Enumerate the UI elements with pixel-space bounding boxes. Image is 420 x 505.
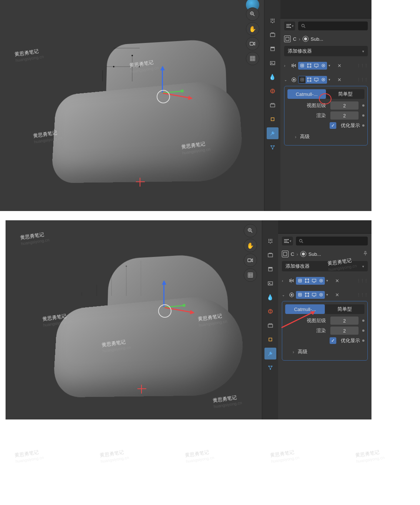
svg-point-93 xyxy=(323,79,324,80)
viewport-3d[interactable] xyxy=(0,0,264,211)
search-input[interactable] xyxy=(298,21,368,30)
drag-handle-icon[interactable]: ⋮⋮⋮ xyxy=(357,63,368,68)
anim-dot-icon[interactable] xyxy=(362,330,364,332)
anim-dot-icon[interactable] xyxy=(362,104,364,107)
zoom-icon[interactable] xyxy=(246,7,259,21)
expand-icon[interactable]: › xyxy=(284,64,289,68)
pan-hand-icon[interactable]: ✋ xyxy=(244,239,257,252)
chevron-down-icon[interactable]: ▾ xyxy=(329,78,334,81)
toggle-realtime-icon[interactable] xyxy=(310,291,317,298)
watermark: 黄思勇笔记huangsiyong.cn xyxy=(270,447,300,464)
simple-tab[interactable]: 简单型 xyxy=(326,89,364,99)
anim-dot-icon[interactable] xyxy=(362,340,364,342)
anim-dot-icon[interactable] xyxy=(362,320,364,322)
toggle-render-icon[interactable] xyxy=(317,291,324,298)
breadcrumb-object[interactable]: C xyxy=(293,36,296,42)
catmull-clark-tab[interactable]: Catmull-... xyxy=(285,304,325,314)
advanced-toggle[interactable]: 高级 xyxy=(285,346,364,357)
scene-tab-icon[interactable]: 💧 xyxy=(267,71,279,83)
output-tab-icon[interactable] xyxy=(264,263,276,275)
object-tab-icon[interactable] xyxy=(267,113,279,125)
world-tab-icon[interactable] xyxy=(267,85,279,97)
particles-tab-icon[interactable] xyxy=(267,141,279,153)
toggle-on-cage-icon[interactable] xyxy=(296,291,303,298)
chevron-down-icon[interactable]: ▾ xyxy=(326,279,331,282)
toggle-render-icon[interactable] xyxy=(317,277,324,284)
toggle-edit-mode-icon[interactable] xyxy=(303,277,310,284)
perspective-grid-icon[interactable] xyxy=(244,268,257,282)
viewport-levels-input[interactable]: 2 xyxy=(330,317,359,325)
camera-icon[interactable] xyxy=(244,254,257,267)
toggle-on-cage-icon[interactable] xyxy=(299,62,306,69)
modifier-mirror-header[interactable]: › ▾ ✕ ⋮⋮⋮ xyxy=(282,276,368,285)
scene-tab-icon[interactable]: 💧 xyxy=(264,291,276,303)
collapse-icon[interactable]: ⌄ xyxy=(282,293,287,297)
zoom-icon[interactable] xyxy=(244,224,257,237)
render-tab-icon[interactable] xyxy=(267,29,279,41)
viewlayer-tab-icon[interactable] xyxy=(264,277,276,289)
output-tab-icon[interactable] xyxy=(267,43,279,55)
breadcrumb-object[interactable]: C xyxy=(291,251,294,257)
modifiers-tab-icon[interactable] xyxy=(267,127,279,139)
modifier-subsurf-header[interactable]: ⌄ ▾ ✕ ⋮⋮⋮ xyxy=(282,290,368,300)
viewport-3d[interactable] xyxy=(6,220,262,419)
viewport-levels-input[interactable]: 2 xyxy=(330,101,359,110)
chevron-down-icon[interactable]: ▾ xyxy=(326,293,331,297)
perspective-grid-icon[interactable] xyxy=(246,52,259,65)
toggle-edit-mode-icon[interactable] xyxy=(306,76,313,83)
optimal-display-checkbox[interactable]: ✓ xyxy=(330,337,336,344)
toggle-render-icon[interactable] xyxy=(320,76,327,83)
close-icon[interactable]: ✕ xyxy=(336,76,343,83)
drag-handle-icon[interactable]: ⋮⋮⋮ xyxy=(357,77,368,82)
collapse-icon[interactable]: ⌄ xyxy=(284,78,289,82)
close-icon[interactable]: ✕ xyxy=(334,277,340,284)
catmull-clark-tab[interactable]: Catmull-... xyxy=(287,89,326,99)
render-levels-input[interactable]: 2 xyxy=(330,327,359,335)
options-dropdown[interactable] xyxy=(282,237,293,245)
svg-point-182 xyxy=(305,293,306,294)
toggle-edit-mode-icon[interactable] xyxy=(303,291,310,298)
tool-tab-icon[interactable] xyxy=(264,235,276,247)
optimal-display-checkbox[interactable]: ✓ xyxy=(330,122,336,129)
pin-icon[interactable] xyxy=(363,251,368,257)
add-modifier-dropdown[interactable]: 添加修改器 xyxy=(282,261,368,271)
camera-icon[interactable] xyxy=(246,37,259,50)
simple-tab[interactable]: 简单型 xyxy=(325,304,364,314)
modifier-mirror-header[interactable]: › ▾ ✕ ⋮⋮⋮ xyxy=(284,61,368,70)
collection-tab-icon[interactable] xyxy=(264,320,276,331)
modifier-subsurf-header[interactable]: ⌄ ▾ ✕ ⋮⋮⋮ xyxy=(284,75,368,84)
svg-rect-175 xyxy=(312,279,316,282)
drag-handle-icon[interactable]: ⋮⋮⋮ xyxy=(357,278,368,283)
tool-tab-icon[interactable] xyxy=(267,15,279,27)
drag-handle-icon[interactable]: ⋮⋮⋮ xyxy=(357,292,368,297)
advanced-toggle[interactable]: 高级 xyxy=(287,131,364,142)
chevron-down-icon[interactable]: ▾ xyxy=(329,64,334,67)
render-tab-icon[interactable] xyxy=(264,249,276,261)
toggle-on-cage-icon[interactable] xyxy=(299,76,306,83)
svg-rect-60 xyxy=(271,118,274,121)
collection-tab-icon[interactable] xyxy=(267,99,279,111)
viewlayer-tab-icon[interactable] xyxy=(267,57,279,69)
toggle-render-icon[interactable] xyxy=(320,62,327,69)
expand-icon[interactable]: › xyxy=(282,279,287,283)
close-icon[interactable]: ✕ xyxy=(336,62,343,69)
toggle-realtime-icon[interactable] xyxy=(310,277,317,284)
toggle-on-cage-icon[interactable] xyxy=(296,277,303,284)
options-dropdown[interactable] xyxy=(284,21,295,30)
close-icon[interactable]: ✕ xyxy=(334,291,340,298)
anim-dot-icon[interactable] xyxy=(362,114,364,117)
modifiers-tab-icon[interactable] xyxy=(264,348,276,359)
toggle-edit-mode-icon[interactable] xyxy=(306,62,313,69)
toggle-realtime-icon[interactable] xyxy=(313,62,320,69)
render-levels-input[interactable]: 2 xyxy=(330,111,359,120)
breadcrumb-modifier[interactable]: Sub... xyxy=(311,36,323,42)
particles-tab-icon[interactable] xyxy=(264,362,276,374)
search-input[interactable] xyxy=(296,237,368,245)
pan-hand-icon[interactable]: ✋ xyxy=(246,22,259,36)
add-modifier-dropdown[interactable]: 添加修改器 xyxy=(284,46,368,56)
world-tab-icon[interactable] xyxy=(264,305,276,317)
toggle-realtime-icon[interactable] xyxy=(313,76,320,83)
breadcrumb-modifier[interactable]: Sub... xyxy=(309,251,321,257)
anim-dot-icon[interactable] xyxy=(362,124,364,127)
object-tab-icon[interactable] xyxy=(264,334,276,345)
